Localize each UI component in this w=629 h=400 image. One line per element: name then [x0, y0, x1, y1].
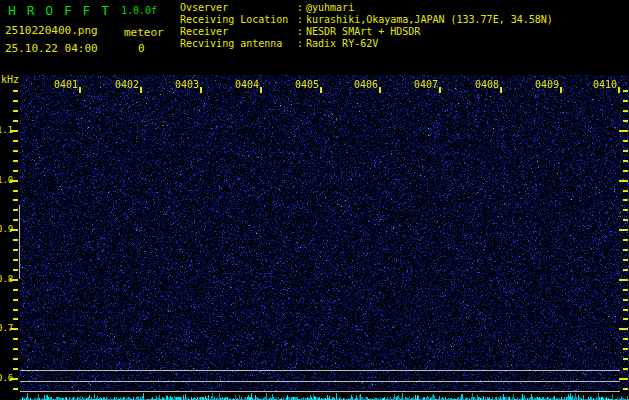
freq-minor-tick-right	[623, 219, 628, 221]
time-tick	[200, 87, 202, 93]
freq-major-tick-right	[619, 279, 628, 281]
capture-datetime: 25.10.22 04:00	[5, 42, 98, 55]
capture-filename: 2510220400.png	[5, 24, 98, 37]
app-version: 1.0.0f	[121, 5, 157, 16]
detection-band-marker	[19, 205, 20, 279]
freq-minor-tick	[13, 110, 18, 112]
freq-major-tick	[10, 130, 18, 132]
freq-minor-tick-right	[623, 239, 628, 241]
time-axis-label: 0401	[52, 80, 80, 90]
freq-minor-tick-right	[623, 110, 628, 112]
freq-minor-tick	[13, 269, 18, 271]
station-info-label: Receiving Location	[180, 14, 297, 26]
freq-minor-tick	[13, 140, 18, 142]
time-axis-label: 0403	[173, 80, 201, 90]
freq-minor-tick-right	[623, 259, 628, 261]
time-tick	[439, 87, 441, 93]
freq-minor-tick-right	[623, 289, 628, 291]
freq-minor-tick-right	[623, 160, 628, 162]
freq-minor-tick	[13, 150, 18, 152]
signal-level-strip	[20, 392, 629, 400]
time-axis-label: 0402	[113, 80, 141, 90]
time-axis-label: 0409	[533, 80, 561, 90]
freq-minor-tick-right	[623, 299, 628, 301]
station-info-value: NESDR SMArt + HDSDR	[306, 26, 420, 37]
freq-major-tick-right	[619, 130, 628, 132]
freq-minor-tick	[13, 309, 18, 311]
freq-minor-tick-right	[623, 120, 628, 122]
freq-minor-tick-right	[623, 318, 628, 320]
freq-minor-tick	[13, 170, 18, 172]
time-axis-label: 0408	[473, 80, 501, 90]
freq-minor-tick-right	[623, 209, 628, 211]
freq-minor-tick-right	[623, 249, 628, 251]
time-tick	[618, 87, 620, 93]
time-tick	[560, 87, 562, 93]
freq-axis-unit: kHz	[1, 74, 19, 85]
freq-minor-tick	[13, 90, 18, 92]
time-axis-label: 0407	[412, 80, 440, 90]
time-tick	[320, 87, 322, 93]
station-info-block: Ovserver:@yuhmariReceiving Location:kura…	[180, 2, 553, 50]
freq-minor-tick-right	[623, 140, 628, 142]
freq-minor-tick	[13, 348, 18, 350]
freq-minor-tick-right	[623, 150, 628, 152]
label-value-separator: :	[297, 38, 306, 50]
freq-minor-tick	[13, 199, 18, 201]
freq-major-tick	[10, 279, 18, 281]
time-tick	[379, 87, 381, 93]
freq-minor-tick-right	[623, 100, 628, 102]
time-tick	[260, 87, 262, 93]
freq-minor-tick	[13, 368, 18, 370]
label-value-separator: :	[297, 2, 306, 14]
freq-minor-tick	[13, 318, 18, 320]
freq-major-tick	[10, 328, 18, 330]
freq-minor-tick	[13, 209, 18, 211]
freq-major-tick-right	[619, 180, 628, 182]
label-value-separator: :	[297, 26, 306, 38]
station-info-value: Radix RY-62V	[306, 38, 378, 49]
freq-minor-tick	[13, 100, 18, 102]
freq-major-tick-right	[619, 229, 628, 231]
station-info-row: Ovserver:@yuhmari	[180, 2, 553, 14]
hrofft-window: H R O F F T 1.0.0f 2510220400.png meteor…	[0, 0, 629, 400]
freq-minor-tick	[13, 120, 18, 122]
meteor-counter-value: 0	[138, 42, 145, 55]
freq-minor-tick-right	[623, 368, 628, 370]
time-tick	[79, 87, 81, 93]
freq-minor-tick	[13, 259, 18, 261]
freq-minor-tick-right	[623, 269, 628, 271]
freq-major-tick	[10, 378, 18, 380]
meteor-counter-label: meteor	[124, 26, 164, 39]
freq-minor-tick	[13, 239, 18, 241]
freq-minor-tick	[13, 338, 18, 340]
station-info-label: Ovserver	[180, 2, 297, 14]
freq-minor-tick-right	[623, 338, 628, 340]
freq-minor-tick	[13, 219, 18, 221]
station-info-value: @yuhmari	[306, 2, 354, 13]
app-title: H R O F F T	[8, 3, 111, 18]
freq-minor-tick-right	[623, 388, 628, 390]
freq-minor-tick	[13, 190, 18, 192]
time-axis-label: 0404	[233, 80, 261, 90]
time-axis-label: 0405	[293, 80, 321, 90]
freq-minor-tick-right	[623, 190, 628, 192]
freq-minor-tick	[13, 299, 18, 301]
time-tick	[140, 87, 142, 93]
freq-minor-tick	[13, 358, 18, 360]
freq-major-tick-right	[619, 378, 628, 380]
freq-minor-tick-right	[623, 199, 628, 201]
label-value-separator: :	[297, 14, 306, 26]
time-tick	[500, 87, 502, 93]
freq-minor-tick-right	[623, 170, 628, 172]
carrier-line	[20, 370, 620, 371]
carrier-line	[20, 381, 620, 382]
freq-minor-tick-right	[623, 348, 628, 350]
station-info-label: Receiver	[180, 26, 297, 38]
time-axis-label: 0406	[352, 80, 380, 90]
spectrogram-noise-area	[20, 75, 629, 391]
freq-major-tick	[10, 229, 18, 231]
freq-major-tick	[10, 180, 18, 182]
freq-minor-tick	[13, 388, 18, 390]
station-info-row: Receiving Location:kurashiki,Okayama,JAP…	[180, 14, 553, 26]
